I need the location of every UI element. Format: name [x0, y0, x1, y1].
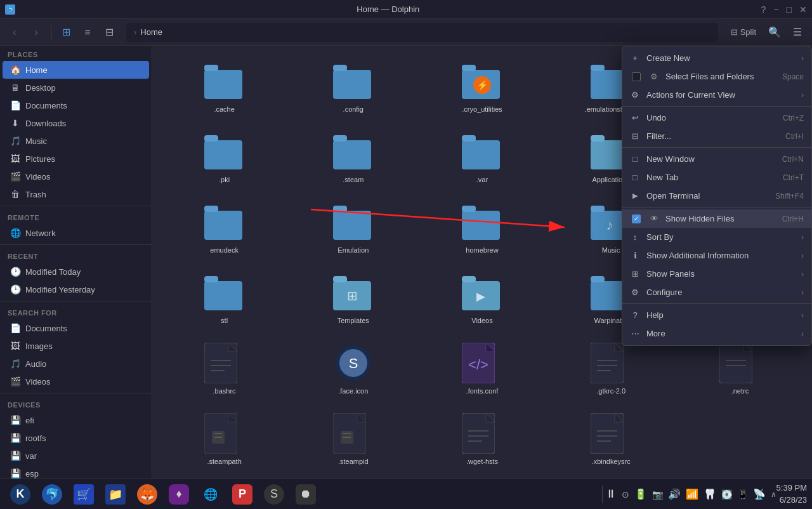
- sidebar-item-audio-search[interactable]: 🎵 Audio: [3, 355, 149, 373]
- sidebar-item-rootfs[interactable]: 💾 rootfs: [3, 429, 149, 447]
- file-item-steampid[interactable]: .steampid: [291, 408, 415, 473]
- file-item-stl[interactable]: stl: [162, 267, 286, 333]
- menu-item-new-window[interactable]: □ New Window Ctrl+N: [622, 150, 811, 168]
- minimize-button[interactable]: −: [773, 4, 778, 15]
- menu-item-help[interactable]: ? Help ›: [622, 306, 811, 324]
- network-tray-icon[interactable]: 📶: [686, 488, 698, 500]
- new-window-shortcut: Ctrl+N: [782, 155, 804, 164]
- sidebar-item-downloads[interactable]: ⬇ Downloads: [3, 114, 149, 132]
- back-button[interactable]: ‹: [5, 23, 24, 42]
- bluetooth-icon[interactable]: 🦷: [704, 488, 716, 500]
- sidebar-item-videos-search[interactable]: 🎬 Videos: [3, 373, 149, 390]
- sidebar-item-images-search[interactable]: 🖼 Images: [3, 337, 149, 355]
- file-item-var2[interactable]: .var: [420, 126, 544, 192]
- view-list-button[interactable]: ≡: [78, 23, 97, 42]
- split-button[interactable]: ⊟ Split: [726, 25, 761, 39]
- taskbar-app-kde[interactable]: K: [5, 482, 36, 507]
- taskbar-app-chrome[interactable]: 🌐: [195, 482, 226, 507]
- file-item-cryo[interactable]: ⚡ .cryo_utilities: [420, 56, 544, 121]
- menu-item-sort-by[interactable]: ↕ Sort By ›: [622, 228, 811, 246]
- file-item-face-icon[interactable]: S .face.icon: [291, 338, 415, 403]
- sidebar-item-modified-today[interactable]: 🕐 Modified Today: [3, 263, 149, 281]
- menu-item-create-new[interactable]: + Create New ›: [622, 49, 811, 67]
- taskbar-app-files[interactable]: 📁: [100, 482, 131, 507]
- view-icons-button[interactable]: ⊞: [56, 23, 75, 42]
- menu-item-select-files[interactable]: ⚙ Select Files and Folders Space: [622, 67, 811, 86]
- file-item-xbindkeysrc[interactable]: .xbindkeysrc: [549, 408, 673, 473]
- svg-text:⚡: ⚡: [476, 80, 488, 91]
- taskbar-app-discover[interactable]: 🛒: [69, 482, 99, 507]
- battery-icon[interactable]: 🔋: [634, 488, 647, 500]
- menu-item-open-terminal[interactable]: ▶ Open Terminal Shift+F4: [622, 187, 811, 205]
- file-item-emulation[interactable]: Emulation: [291, 197, 415, 262]
- play-pause-icon[interactable]: ⏸: [605, 487, 617, 501]
- close-button[interactable]: ✕: [799, 4, 807, 15]
- menu-item-actions-view[interactable]: ⚙ Actions for Current View ›: [622, 86, 811, 104]
- forward-button[interactable]: ›: [27, 23, 46, 42]
- file-item-cache[interactable]: .cache: [162, 56, 286, 121]
- file-item-steampath[interactable]: .steampath: [162, 408, 286, 473]
- menu-item-configure[interactable]: ⚙ Configure ›: [622, 283, 811, 301]
- file-item-steam[interactable]: .steam: [291, 126, 415, 192]
- sidebar-item-documents-search[interactable]: 📄 Documents: [3, 319, 149, 337]
- file-item-emudeck[interactable]: emudeck: [162, 197, 286, 262]
- file-name-pki: .pki: [219, 176, 230, 183]
- menu-item-show-additional[interactable]: ℹ Show Additional Information ›: [622, 246, 811, 265]
- file-name-music2: Music: [602, 246, 620, 254]
- file-item-bashrc[interactable]: .bashrc: [162, 338, 286, 403]
- phone-icon[interactable]: 📱: [737, 489, 748, 499]
- menu-item-show-hidden[interactable]: ✓ 👁 Show Hidden Files Ctrl+H: [622, 209, 811, 228]
- search-button[interactable]: 🔍: [765, 23, 784, 42]
- sidebar-item-music[interactable]: 🎵 Music: [3, 132, 149, 150]
- file-item-fonts-conf[interactable]: </> .fonts.conf: [420, 338, 544, 403]
- menu-item-new-tab[interactable]: □ New Tab Ctrl+T: [622, 168, 811, 187]
- file-item-pki[interactable]: .pki: [162, 126, 286, 192]
- steam-tray-icon[interactable]: ⊙: [622, 489, 629, 499]
- menu-item-show-panels[interactable]: ⊞ Show Panels ›: [622, 265, 811, 283]
- taskbar-app-obs[interactable]: ⏺: [291, 482, 321, 507]
- menu-item-more[interactable]: ⋯ More ›: [622, 324, 811, 343]
- file-item-videos2[interactable]: ▶ Videos: [420, 267, 544, 333]
- taskbar-app-firefox[interactable]: 🦊: [132, 482, 162, 507]
- sidebar-item-desktop[interactable]: 🖥 Desktop: [3, 79, 149, 96]
- screenshot-icon[interactable]: 📷: [652, 489, 663, 499]
- taskbar-app-piru[interactable]: P: [227, 482, 258, 507]
- maximize-button[interactable]: □: [787, 4, 792, 15]
- file-icon-netrc: [719, 343, 760, 383]
- file-item-netrc[interactable]: .netrc: [678, 338, 802, 403]
- toolbar: ‹ › ⊞ ≡ ⊟ › Home ⊟ Split 🔍 ☰: [0, 19, 812, 46]
- help-button[interactable]: ?: [761, 4, 766, 15]
- configure-arrow-icon: ›: [801, 288, 804, 297]
- menu-button[interactable]: ☰: [788, 23, 807, 42]
- taskbar-app-steam[interactable]: S: [259, 482, 289, 507]
- sidebar-item-var[interactable]: 💾 var: [3, 447, 149, 465]
- wifi-icon[interactable]: 📡: [753, 488, 766, 500]
- svg-rect-9: [591, 65, 605, 71]
- file-item-templates[interactable]: ⊞ Templates: [291, 267, 415, 333]
- menu-item-filter-label: Filter...: [646, 131, 779, 141]
- menu-item-filter[interactable]: ⊟ Filter... Ctrl+I: [622, 127, 811, 145]
- file-item-gtkrc[interactable]: .gtkrc-2.0: [549, 338, 673, 403]
- view-compact-button[interactable]: ⊟: [100, 23, 119, 42]
- sidebar-item-efi[interactable]: 💾 efi: [3, 411, 149, 429]
- menu-item-undo[interactable]: ↩ Undo Ctrl+Z: [622, 109, 811, 127]
- svg-rect-17: [462, 135, 476, 142]
- device-icon[interactable]: 💽: [721, 489, 732, 499]
- breadcrumb[interactable]: › Home: [126, 23, 718, 42]
- sidebar-item-pictures[interactable]: 🖼 Pictures: [3, 150, 149, 168]
- expand-tray-icon[interactable]: ∧: [771, 490, 776, 499]
- volume-icon[interactable]: 🔊: [668, 488, 681, 500]
- sidebar-item-documents[interactable]: 📄 Documents: [3, 96, 149, 114]
- sidebar-item-videos[interactable]: 🎬 Videos: [3, 168, 149, 185]
- sidebar-item-modified-yesterday[interactable]: 🕑 Modified Yesterday: [3, 281, 149, 298]
- sidebar-item-home[interactable]: 🏠 Home: [3, 61, 149, 79]
- sidebar-item-network[interactable]: 🌐 Network: [3, 224, 149, 242]
- taskbar-app-kde2[interactable]: ♦: [164, 482, 194, 507]
- sidebar-item-trash[interactable]: 🗑 Trash: [3, 185, 149, 203]
- obs-icon: ⏺: [296, 484, 316, 505]
- file-name-wget-hsts: .wget-hsts: [466, 458, 498, 465]
- taskbar-app-dolphin[interactable]: 🐬: [37, 482, 67, 507]
- file-item-config[interactable]: .config: [291, 56, 415, 121]
- file-item-wget-hsts[interactable]: .wget-hsts: [420, 408, 544, 473]
- file-item-homebrew[interactable]: homebrew: [420, 197, 544, 262]
